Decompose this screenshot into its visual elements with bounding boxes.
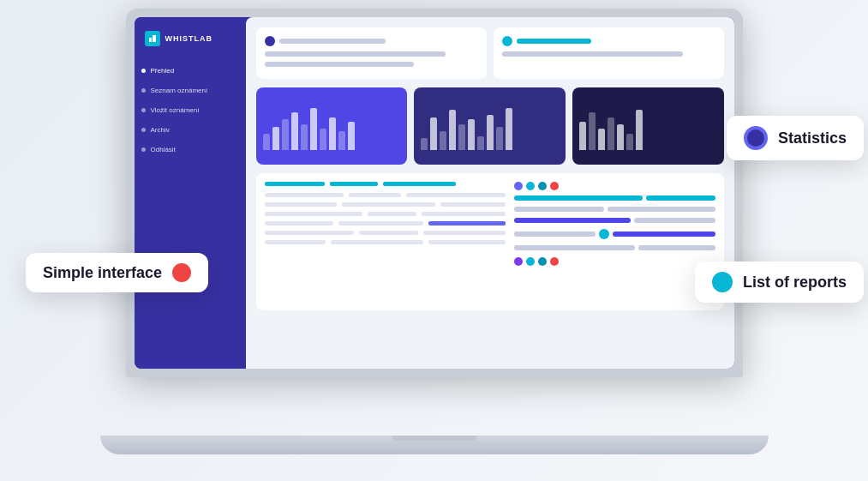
table-row xyxy=(265,240,506,244)
card-icon-row-2 xyxy=(502,36,715,46)
right-row xyxy=(514,218,715,223)
card-circle-cyan xyxy=(502,36,512,46)
reports-callout-label: List of reports xyxy=(743,274,847,292)
nav-label: Archiv xyxy=(151,126,170,134)
nav-item-vlozit[interactable]: Vložit oznámení xyxy=(141,106,239,114)
bar-chart-1 xyxy=(263,94,401,150)
right-row xyxy=(514,207,715,212)
right-items xyxy=(514,195,715,250)
table-row xyxy=(265,231,506,235)
bar-chart-3 xyxy=(579,94,717,150)
nav-item-archiv[interactable]: Archiv xyxy=(141,126,239,134)
card-line-3 xyxy=(265,62,414,67)
summary-card-1 xyxy=(256,27,487,79)
chart-card-3 xyxy=(572,87,724,165)
logo: WHISTLAB xyxy=(141,27,239,50)
table-area xyxy=(256,173,724,310)
top-cards-row xyxy=(256,27,724,79)
nav-label: Seznam oznámení xyxy=(151,87,208,94)
chart-cards-row xyxy=(256,87,724,165)
right-header-row xyxy=(514,195,715,201)
simple-interface-label: Simple interface xyxy=(43,264,162,282)
left-table xyxy=(265,182,506,271)
two-col-table xyxy=(265,182,715,271)
chart-card-2 xyxy=(414,87,566,165)
laptop-hinge xyxy=(392,436,477,441)
right-row-highlight xyxy=(514,229,715,239)
nav-dot xyxy=(141,147,146,152)
reports-callout-dot xyxy=(712,272,733,292)
table-row xyxy=(265,202,506,207)
reports-callout: List of reports xyxy=(695,262,864,303)
simple-interface-dot xyxy=(172,263,191,282)
laptop-screen: WHISTLAB Přehled Seznam oznámení Vložit … xyxy=(126,9,743,377)
sidebar: WHISTLAB Přehled Seznam oznámení Vložit … xyxy=(135,17,246,369)
card-line-2 xyxy=(265,51,446,57)
nav-dot xyxy=(141,128,146,132)
screen-content: WHISTLAB Přehled Seznam oznámení Vložit … xyxy=(135,17,734,369)
table-row xyxy=(265,193,506,197)
svg-rect-1 xyxy=(153,35,156,42)
dot-indicators-top xyxy=(514,182,715,190)
statistics-callout-label: Statistics xyxy=(778,129,847,147)
nav-label: Přehled xyxy=(151,67,175,75)
logo-icon xyxy=(145,31,160,46)
card-line-cyan xyxy=(517,39,591,44)
statistics-callout: Statistics xyxy=(727,116,864,160)
bar-chart-2 xyxy=(421,94,559,150)
card-circle-icon xyxy=(265,36,275,46)
laptop-illustration: WHISTLAB Přehled Seznam oznámení Vložit … xyxy=(100,9,769,454)
main-content xyxy=(246,17,734,369)
logo-text: WHISTLAB xyxy=(165,34,213,43)
nav-dot xyxy=(141,88,146,93)
card-line xyxy=(279,39,386,44)
svg-rect-0 xyxy=(149,38,152,42)
nav-menu: Přehled Seznam oznámení Vložit oznámení … xyxy=(141,67,239,153)
nav-dot xyxy=(141,108,146,112)
card-icon-row xyxy=(265,36,478,46)
statistics-callout-dot xyxy=(744,126,768,150)
nav-label: Odhlásit xyxy=(151,146,176,153)
nav-item-prehled[interactable]: Přehled xyxy=(141,67,239,75)
table-row xyxy=(265,221,506,225)
summary-card-2 xyxy=(494,27,724,79)
simple-interface-callout: Simple interface xyxy=(26,253,208,292)
chart-card-1 xyxy=(256,87,408,165)
table-header xyxy=(265,182,506,186)
laptop-base xyxy=(100,436,769,454)
card-line-4 xyxy=(502,51,684,57)
table-row xyxy=(265,212,506,216)
nav-dot xyxy=(141,69,146,73)
nav-item-seznam[interactable]: Seznam oznámení xyxy=(141,87,239,94)
dot-indicators-bottom xyxy=(514,257,715,266)
right-row xyxy=(514,245,715,250)
nav-label: Vložit oznámení xyxy=(151,106,200,114)
nav-item-odhlasit[interactable]: Odhlásit xyxy=(141,146,239,153)
right-table xyxy=(514,182,715,271)
